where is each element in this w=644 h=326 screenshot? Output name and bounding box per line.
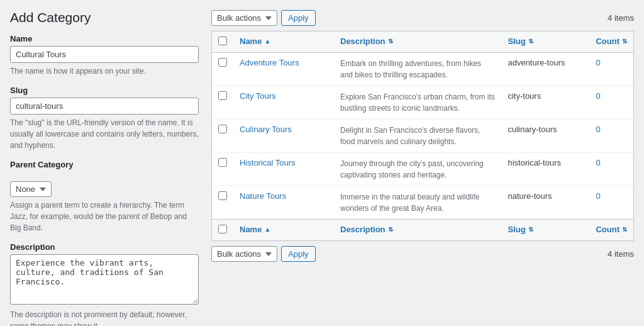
row-description-text-4: Immerse in the natural beauty and wildli… bbox=[340, 193, 479, 213]
row-checkbox-cell bbox=[212, 120, 234, 153]
row-count-link-2[interactable]: 0 bbox=[596, 125, 600, 134]
add-category-panel: Add Category Name The name is how it app… bbox=[10, 10, 211, 326]
row-count-link-4[interactable]: 0 bbox=[596, 191, 600, 201]
parent-hint: Assign a parent term to create a hierarc… bbox=[10, 200, 199, 233]
desc-col-label-footer: Description bbox=[340, 225, 386, 234]
row-count-cell: 0 bbox=[589, 153, 633, 186]
row-slug-cell: city-tours bbox=[501, 86, 589, 120]
name-col-label-footer: Name bbox=[240, 225, 262, 234]
row-checkbox-4[interactable] bbox=[218, 191, 227, 200]
categories-table: Name ▲ Description ⇅ Slug ⇅ bbox=[211, 31, 634, 241]
sort-slug-footer[interactable]: Slug ⇅ bbox=[508, 225, 533, 234]
row-slug-cell: adventure-tours bbox=[501, 53, 589, 86]
sort-name[interactable]: Name ▲ bbox=[240, 37, 270, 46]
row-count-link-3[interactable]: 0 bbox=[596, 158, 600, 167]
header-count: Count ⇅ bbox=[589, 31, 633, 53]
category-name-link-2[interactable]: Culinary Tours bbox=[240, 125, 292, 134]
sort-slug[interactable]: Slug ⇅ bbox=[508, 37, 533, 46]
sort-name-footer[interactable]: Name ▲ bbox=[240, 225, 270, 234]
row-count-cell: 0 bbox=[589, 53, 633, 86]
sort-count-footer[interactable]: Count ⇅ bbox=[596, 225, 627, 234]
row-slug-text-1: city-tours bbox=[508, 91, 541, 101]
table-footer-row: Name ▲ Description ⇅ Slug ⇅ bbox=[212, 220, 634, 241]
table-body: Adventure Tours Embark on thrilling adve… bbox=[212, 53, 634, 220]
sort-count[interactable]: Count ⇅ bbox=[596, 37, 627, 46]
row-checkbox-cell bbox=[212, 53, 234, 86]
row-count-link-1[interactable]: 0 bbox=[596, 91, 600, 101]
row-count-cell: 0 bbox=[589, 186, 633, 220]
name-field-group: Name The name is how it appears on your … bbox=[10, 34, 199, 77]
row-checkbox-0[interactable] bbox=[218, 58, 227, 67]
table-row: City Tours Explore San Francisco's urban… bbox=[212, 86, 634, 120]
header-name: Name ▲ bbox=[233, 31, 334, 53]
category-name-link-4[interactable]: Nature Tours bbox=[240, 191, 286, 201]
parent-label: Parent Category bbox=[10, 160, 199, 169]
footer-name: Name ▲ bbox=[233, 220, 334, 241]
footer-checkbox-cell bbox=[212, 220, 234, 241]
row-checkbox-cell bbox=[212, 186, 234, 220]
row-name-cell: Adventure Tours bbox=[233, 53, 334, 86]
row-slug-text-0: adventure-tours bbox=[508, 58, 565, 67]
parent-select[interactable]: None bbox=[10, 181, 52, 197]
slug-col-label: Slug bbox=[508, 37, 525, 46]
category-name-link-0[interactable]: Adventure Tours bbox=[240, 58, 299, 67]
row-checkbox-1[interactable] bbox=[218, 91, 227, 100]
row-description-cell: Explore San Francisco's urban charm, fro… bbox=[334, 86, 501, 120]
desc-col-label: Description bbox=[340, 37, 386, 46]
row-description-text-0: Embark on thrilling adventures, from hik… bbox=[340, 59, 481, 79]
toolbar-left-bottom: Bulk actions Apply bbox=[211, 246, 316, 262]
description-textarea[interactable]: Experience the vibrant arts, culture, an… bbox=[10, 254, 199, 305]
slug-input[interactable] bbox=[10, 98, 199, 115]
table-row: Historical Tours Journey through the cit… bbox=[212, 153, 634, 186]
bulk-actions-select-top[interactable]: Bulk actions bbox=[211, 10, 277, 26]
select-all-checkbox-footer[interactable] bbox=[218, 225, 227, 233]
category-name-link-3[interactable]: Historical Tours bbox=[240, 158, 296, 167]
row-slug-text-2: culinary-tours bbox=[508, 125, 557, 134]
name-col-label: Name bbox=[240, 37, 262, 46]
category-name-link-1[interactable]: City Tours bbox=[240, 91, 276, 101]
parent-field-group: Parent Category None Assign a parent ter… bbox=[10, 160, 199, 233]
sort-description[interactable]: Description ⇅ bbox=[340, 37, 393, 46]
desc-sort-arrow-footer: ⇅ bbox=[388, 226, 393, 233]
row-description-cell: Embark on thrilling adventures, from hik… bbox=[334, 53, 501, 86]
slug-label: Slug bbox=[10, 86, 199, 95]
description-field-group: Description Experience the vibrant arts,… bbox=[10, 242, 199, 326]
apply-button-top[interactable]: Apply bbox=[281, 10, 316, 26]
name-sort-arrow: ▲ bbox=[264, 38, 270, 45]
name-sort-arrow-footer: ▲ bbox=[264, 226, 270, 233]
row-description-cell: Immerse in the natural beauty and wildli… bbox=[334, 186, 501, 220]
slug-hint: The "slug" is the URL-friendly version o… bbox=[10, 117, 199, 151]
row-checkbox-2[interactable] bbox=[218, 125, 227, 133]
row-count-cell: 0 bbox=[589, 86, 633, 120]
row-slug-cell: historical-tours bbox=[501, 153, 589, 186]
row-description-text-3: Journey through the city's past, uncover… bbox=[340, 159, 484, 179]
toolbar-left-top: Bulk actions Apply bbox=[211, 10, 316, 26]
name-input[interactable] bbox=[10, 46, 199, 63]
name-label: Name bbox=[10, 34, 199, 43]
bulk-actions-select-bottom[interactable]: Bulk actions bbox=[211, 246, 277, 262]
count-col-label-footer: Count bbox=[596, 225, 619, 234]
table-row: Nature Tours Immerse in the natural beau… bbox=[212, 186, 634, 220]
row-slug-cell: culinary-tours bbox=[501, 120, 589, 153]
header-description: Description ⇅ bbox=[334, 31, 501, 53]
row-description-cell: Journey through the city's past, uncover… bbox=[334, 153, 501, 186]
row-checkbox-cell bbox=[212, 153, 234, 186]
apply-button-bottom[interactable]: Apply bbox=[281, 246, 316, 262]
items-count-bottom: 4 items bbox=[608, 249, 634, 259]
header-checkbox-cell bbox=[212, 31, 234, 53]
desc-sort-arrow: ⇅ bbox=[388, 38, 393, 45]
row-count-link-0[interactable]: 0 bbox=[596, 58, 600, 67]
items-count-top: 4 items bbox=[608, 13, 634, 23]
header-slug: Slug ⇅ bbox=[501, 31, 589, 53]
count-sort-arrow: ⇅ bbox=[622, 38, 627, 45]
sort-description-footer[interactable]: Description ⇅ bbox=[340, 225, 393, 234]
table-row: Culinary Tours Delight in San Francisco'… bbox=[212, 120, 634, 153]
row-slug-text-3: historical-tours bbox=[508, 158, 561, 167]
row-name-cell: Culinary Tours bbox=[233, 120, 334, 153]
select-all-checkbox[interactable] bbox=[218, 37, 227, 45]
slug-sort-arrow-footer: ⇅ bbox=[528, 226, 533, 233]
row-checkbox-3[interactable] bbox=[218, 158, 227, 167]
footer-slug: Slug ⇅ bbox=[501, 220, 589, 241]
panel-title: Add Category bbox=[10, 10, 199, 25]
count-sort-arrow-footer: ⇅ bbox=[622, 226, 627, 233]
